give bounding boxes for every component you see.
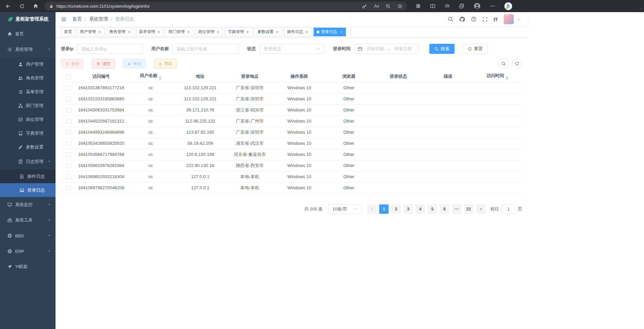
- zoom-out-icon[interactable]: [386, 4, 391, 9]
- read-aloud-icon[interactable]: [374, 4, 379, 9]
- sidebar-item-system-tools[interactable]: 系统工具: [0, 212, 56, 228]
- export-button[interactable]: 导出: [154, 59, 177, 68]
- breadcrumb-home[interactable]: 首页: [72, 16, 82, 22]
- refresh-table-button[interactable]: [512, 59, 522, 69]
- column-header-user[interactable]: 用户名称: [126, 71, 175, 82]
- site-security-icon[interactable]: [49, 4, 53, 8]
- browser-back-button[interactable]: [5, 3, 11, 9]
- row-checkbox[interactable]: [66, 130, 71, 135]
- browser-profile-avatar[interactable]: [473, 2, 481, 10]
- tab-dict-management[interactable]: 字典管理: [225, 28, 253, 36]
- favorites-icon[interactable]: [444, 3, 450, 9]
- close-icon[interactable]: [339, 30, 343, 34]
- font-size-button[interactable]: tT: [494, 17, 498, 22]
- page-button-2[interactable]: 2: [391, 204, 401, 214]
- clear-button[interactable]: 清空: [92, 59, 115, 68]
- sidebar-item-bbs[interactable]: BBS: [0, 228, 56, 243]
- close-icon[interactable]: [127, 30, 131, 34]
- tab-operation-log[interactable]: 操作日志: [284, 28, 312, 36]
- row-checkbox[interactable]: [66, 97, 71, 101]
- fullscreen-icon[interactable]: [482, 17, 488, 22]
- split-screen-icon[interactable]: [430, 3, 435, 9]
- collapse-sidebar-button[interactable]: [61, 17, 67, 22]
- close-icon[interactable]: [246, 30, 250, 34]
- row-checkbox[interactable]: [66, 163, 71, 168]
- breadcrumb-system-management[interactable]: 系统管理: [89, 16, 108, 22]
- sidebar-item-role-management[interactable]: 角色管理: [0, 71, 56, 85]
- sidebar-item-login-log[interactable]: 登录日志: [0, 183, 56, 197]
- close-icon[interactable]: [275, 30, 279, 34]
- password-key-icon[interactable]: [362, 4, 367, 9]
- extensions-icon[interactable]: [416, 3, 421, 9]
- sidebar-item-post-management[interactable]: 岗位管理: [0, 112, 56, 126]
- close-icon[interactable]: [186, 30, 190, 34]
- page-button-21[interactable]: 21: [464, 204, 473, 214]
- page-button-5[interactable]: 5: [428, 204, 437, 214]
- status-filter-select[interactable]: 登录状态: [259, 44, 325, 54]
- sort-icon[interactable]: [506, 76, 508, 80]
- toggle-search-button[interactable]: [499, 59, 509, 69]
- goto-page-input[interactable]: [502, 204, 515, 214]
- tab-role-management[interactable]: 角色管理: [106, 28, 134, 36]
- tab-menu-management[interactable]: 菜单管理: [136, 28, 164, 36]
- row-checkbox[interactable]: [66, 152, 71, 157]
- close-icon[interactable]: [98, 30, 102, 34]
- next-page-button[interactable]: [476, 204, 486, 214]
- copilot-bing-icon[interactable]: b: [504, 2, 512, 10]
- tab-user-management[interactable]: 用户管理: [77, 28, 105, 36]
- sort-icon[interactable]: [159, 76, 162, 80]
- page-size-select[interactable]: 10条/页: [328, 204, 362, 214]
- close-icon[interactable]: [216, 30, 220, 34]
- tab-post-management[interactable]: 岗位管理: [195, 28, 223, 36]
- sidebar-item-dict-management[interactable]: 字典管理: [0, 126, 56, 140]
- username-filter-input[interactable]: [172, 44, 239, 54]
- close-icon[interactable]: [305, 30, 309, 34]
- tab-dept-management[interactable]: 部门管理: [166, 28, 193, 36]
- user-menu-caret-icon[interactable]: [517, 18, 521, 21]
- start-date-placeholder[interactable]: 开始日期: [364, 46, 387, 52]
- unlock-button[interactable]: 解锁: [123, 59, 146, 68]
- prev-page-button[interactable]: [367, 204, 377, 214]
- collections-icon[interactable]: [459, 3, 464, 9]
- column-header-time[interactable]: 访问时间: [473, 71, 522, 82]
- page-button-4[interactable]: 4: [416, 204, 425, 214]
- sidebar-item-log-management[interactable]: 日志管理: [0, 154, 56, 169]
- chevron-down-icon[interactable]: [639, 7, 642, 10]
- close-icon[interactable]: [157, 30, 161, 34]
- page-button-3[interactable]: 3: [403, 204, 413, 214]
- login-time-range-picker[interactable]: 开始日期 - 结束日期: [354, 44, 419, 54]
- search-button[interactable]: 搜索: [429, 44, 455, 54]
- browser-home-button[interactable]: [33, 3, 38, 9]
- page-button-1[interactable]: 1: [379, 204, 389, 214]
- sidebar-item-param-settings[interactable]: 参数设置: [0, 140, 56, 154]
- tab-param-settings[interactable]: 参数设置: [254, 28, 282, 36]
- sidebar-item-operation-log[interactable]: 操作日志: [0, 169, 56, 183]
- tab-home[interactable]: 首页: [61, 28, 75, 36]
- browser-refresh-button[interactable]: [20, 4, 25, 9]
- browser-menu-icon[interactable]: [490, 3, 495, 9]
- reset-button[interactable]: 重置: [463, 44, 488, 54]
- row-checkbox[interactable]: [66, 174, 71, 179]
- row-checkbox[interactable]: [66, 186, 71, 190]
- sidebar-item-erp[interactable]: ERP: [0, 243, 56, 259]
- sidebar-item-user-management[interactable]: 用户管理: [0, 57, 56, 71]
- header-search-icon[interactable]: [448, 17, 453, 22]
- select-all-checkbox[interactable]: [66, 74, 71, 79]
- delete-button[interactable]: 删除: [61, 59, 84, 68]
- ip-filter-input[interactable]: [77, 44, 143, 54]
- add-favorite-icon[interactable]: [397, 4, 402, 9]
- tab-login-log[interactable]: 登录日志: [314, 28, 346, 36]
- more-pages-button[interactable]: •••: [452, 204, 461, 214]
- help-icon[interactable]: [471, 17, 476, 22]
- row-checkbox[interactable]: [66, 141, 71, 146]
- address-bar[interactable]: https://ccnetcore.com:1101/system/log/lo…: [44, 2, 407, 10]
- sidebar-item-menu-management[interactable]: 菜单管理: [0, 85, 56, 99]
- github-icon[interactable]: [459, 17, 465, 22]
- page-button-6[interactable]: 6: [440, 204, 449, 214]
- row-checkbox[interactable]: [66, 86, 71, 90]
- sidebar-item-yi-framework[interactable]: Yi框架: [0, 259, 56, 274]
- row-checkbox[interactable]: [66, 108, 71, 112]
- sidebar-item-home[interactable]: 首页: [0, 26, 56, 42]
- row-checkbox[interactable]: [66, 119, 71, 124]
- end-date-placeholder[interactable]: 结束日期: [391, 46, 415, 52]
